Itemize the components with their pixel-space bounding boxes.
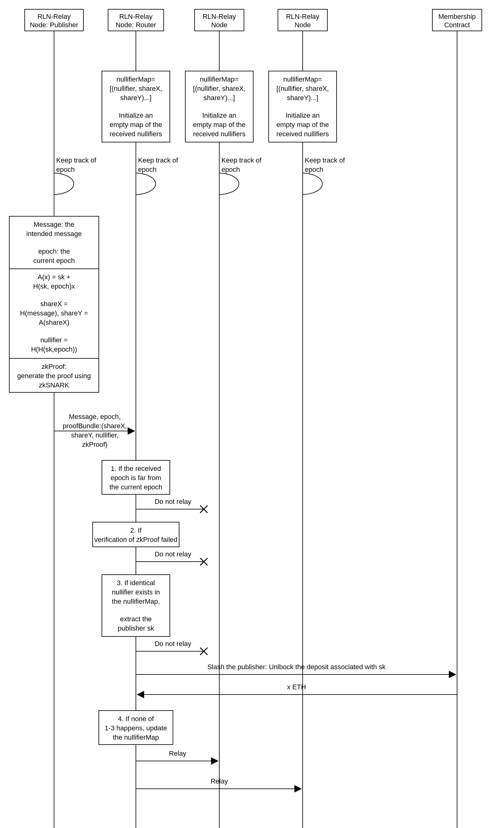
- svg-text:1-3 happens, update: 1-3 happens, update: [105, 724, 167, 732]
- svg-text:verification of zkProof failed: verification of zkProof failed: [94, 536, 177, 543]
- svg-text:extract the: extract the: [120, 615, 152, 623]
- actor-node3-l1: RLN-Relay: [203, 13, 236, 20]
- note-initmap-node3: nullifierMap= [(nullifier, shareX, share…: [185, 71, 253, 142]
- svg-text:Initialize an: Initialize an: [202, 112, 236, 119]
- msg-relay-node3: Relay: [136, 749, 218, 761]
- svg-text:zkProof:: zkProof:: [42, 363, 67, 370]
- svg-text:nullifier exists in: nullifier exists in: [112, 588, 160, 596]
- actor-node4-l2: Node: [295, 21, 311, 29]
- svg-text:empty map of the: empty map of the: [193, 121, 246, 128]
- svg-text:empty map of the: empty map of the: [110, 121, 162, 128]
- svg-text:intended message: intended message: [26, 230, 82, 238]
- svg-text:generate the proof using: generate the proof using: [17, 372, 91, 380]
- msg-donotrelay-3: Do not relay: [136, 640, 208, 655]
- svg-text:shareY)...]: shareY)...]: [287, 94, 318, 101]
- svg-text:shareY)...]: shareY)...]: [120, 94, 151, 101]
- actor-router-l1: RLN-Relay: [119, 13, 153, 20]
- svg-text:Initialize an: Initialize an: [286, 112, 320, 119]
- svg-text:the nullifierMap: the nullifierMap: [113, 734, 159, 741]
- actor-publisher-l2: Node: Publisher: [30, 21, 78, 29]
- msg-donotrelay-2: Do not relay: [136, 550, 208, 566]
- actor-router: RLN-Relay Node: Router: [108, 9, 164, 31]
- note-check3: 3. If identical nullifier exists in the …: [102, 575, 170, 636]
- note-msg-epoch: Message: the intended message epoch: the…: [9, 216, 99, 269]
- svg-text:publisher sk: publisher sk: [118, 624, 154, 632]
- svg-text:epoch: epoch: [305, 166, 323, 173]
- svg-text:nullifierMap=: nullifierMap=: [200, 75, 239, 83]
- svg-text:4. If none of: 4. If none of: [118, 715, 154, 722]
- note-check2: 2. If verification of zkProof failed: [93, 522, 179, 547]
- selfloop-node4-epoch: Keep track of epoch: [303, 156, 345, 210]
- actor-node4: RLN-Relay Node: [278, 9, 327, 31]
- actor-router-l2: Node: Router: [116, 21, 156, 29]
- actor-node4-l1: RLN-Relay: [286, 13, 319, 20]
- svg-text:the current epoch: the current epoch: [109, 483, 162, 491]
- note-check4: 4. If none of 1-3 happens, update the nu…: [99, 711, 173, 745]
- selfloop-publisher-epoch: Keep track of epoch: [54, 156, 97, 210]
- svg-text:[(nullifier, shareX,: [(nullifier, shareX,: [110, 85, 162, 92]
- svg-text:1. If the received: 1. If the received: [111, 465, 161, 472]
- svg-text:3. If identical: 3. If identical: [117, 579, 155, 587]
- svg-text:nullifierMap=: nullifierMap=: [283, 75, 322, 83]
- note-initmap-router: nullifierMap= [(nullifier, shareX, share…: [102, 71, 170, 142]
- svg-text:Slash the publisher: Unlbock t: Slash the publisher: Unlbock the deposit…: [207, 663, 386, 671]
- svg-text:Relay: Relay: [211, 777, 228, 785]
- svg-text:Initialize an: Initialize an: [119, 112, 153, 119]
- svg-text:empty map of the: empty map of the: [277, 121, 329, 128]
- svg-text:epoch: epoch: [138, 166, 157, 173]
- actor-node3: RLN-Relay Node: [195, 9, 244, 31]
- svg-text:nullifier =: nullifier =: [40, 336, 68, 344]
- selfloop-router-epoch: Keep track of epoch: [136, 156, 178, 210]
- note-check1: 1. If the received epoch is far from the…: [102, 460, 170, 494]
- svg-text:epoch: epoch: [221, 166, 240, 173]
- note-zk: zkProof: generate the proof using zkSNAR…: [9, 359, 99, 392]
- svg-text:epoch: epoch: [56, 166, 75, 173]
- svg-text:Keep track of: Keep track of: [305, 156, 345, 164]
- svg-text:Message, epoch,: Message, epoch,: [69, 413, 121, 420]
- svg-text:2. If: 2. If: [130, 527, 142, 534]
- svg-text:Do not relay: Do not relay: [155, 640, 192, 648]
- actor-contract: Membership Contract: [432, 9, 482, 31]
- selfloop-node3-epoch: Keep track of epoch: [219, 156, 262, 210]
- msg-donotrelay-1: Do not relay: [136, 498, 208, 513]
- msg-relay-node4: Relay: [136, 777, 301, 789]
- svg-text:epoch: the: epoch: the: [38, 247, 70, 255]
- svg-text:Keep track of: Keep track of: [56, 156, 97, 164]
- note-ax: A(x) = sk + H(sk, epoch)x shareX = H(mes…: [9, 269, 99, 359]
- svg-text:Do not relay: Do not relay: [155, 498, 192, 505]
- svg-text:shareY)...]: shareY)...]: [204, 94, 235, 101]
- svg-text:epoch is far from: epoch is far from: [111, 474, 161, 482]
- svg-text:Do not relay: Do not relay: [155, 550, 192, 558]
- svg-text:nullifierMap=: nullifierMap=: [117, 75, 155, 83]
- svg-text:shareY, nullifier,: shareY, nullifier,: [71, 431, 119, 439]
- svg-text:[(nullifier, shareX,: [(nullifier, shareX,: [277, 85, 329, 92]
- svg-text:received nullifiers: received nullifiers: [110, 130, 162, 138]
- svg-text:x ETH: x ETH: [287, 683, 306, 691]
- msg-slash: Slash the publisher: Unlbock the deposit…: [136, 663, 456, 674]
- svg-text:Keep track of: Keep track of: [221, 156, 262, 164]
- svg-text:A(shareX): A(shareX): [39, 319, 69, 326]
- msg-publisher-to-router: Message, epoch, proofBundle:(shareX, sha…: [54, 413, 134, 448]
- note-initmap-node4: nullifierMap= [(nullifier, shareX, share…: [269, 71, 337, 142]
- actor-contract-l1: Membership: [438, 13, 475, 20]
- svg-text:H(H(sk,epoch)): H(H(sk,epoch)): [31, 345, 77, 353]
- svg-text:Keep track of: Keep track of: [138, 156, 178, 164]
- svg-text:current epoch: current epoch: [33, 257, 75, 264]
- svg-text:Message: the: Message: the: [34, 220, 75, 228]
- svg-text:[(nullifier, shareX,: [(nullifier, shareX,: [193, 85, 246, 92]
- svg-text:H(sk, epoch)x: H(sk, epoch)x: [33, 282, 75, 290]
- svg-text:zkSNARK: zkSNARK: [39, 381, 69, 389]
- actor-node3-l2: Node: [211, 21, 227, 29]
- svg-text:the nullifierMap,: the nullifierMap,: [112, 597, 160, 605]
- svg-text:received nullifiers: received nullifiers: [277, 130, 329, 138]
- svg-text:zkProof): zkProof): [82, 441, 108, 448]
- actor-publisher-l1: RLN-Relay: [37, 13, 71, 20]
- actor-publisher: RLN-Relay Node: Publisher: [25, 9, 83, 31]
- svg-text:A(x) = sk +: A(x) = sk +: [38, 273, 71, 281]
- svg-text:received nullifiers: received nullifiers: [193, 130, 246, 138]
- svg-text:shareX =: shareX =: [40, 300, 68, 308]
- svg-text:H(message), shareY =: H(message), shareY =: [20, 309, 88, 317]
- svg-text:Relay: Relay: [169, 749, 186, 757]
- msg-xeth: x ETH: [137, 683, 457, 695]
- svg-text:proofBundle:(shareX,: proofBundle:(shareX,: [63, 422, 127, 430]
